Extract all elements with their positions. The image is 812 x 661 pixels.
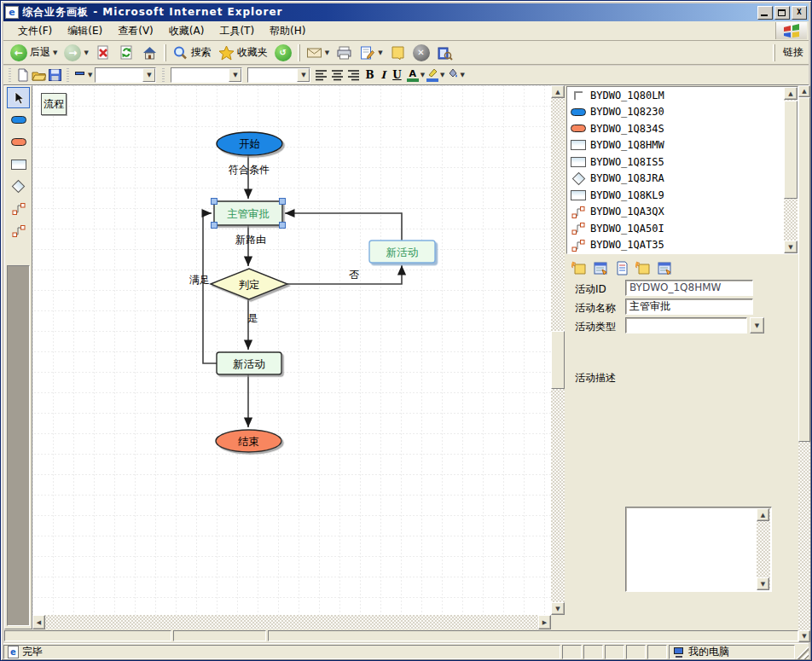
list-item[interactable]: BYDWO_1Q8230 xyxy=(567,104,798,121)
save-form-button-2[interactable] xyxy=(657,261,672,275)
align-center-icon[interactable] xyxy=(330,68,345,82)
title-bar[interactable]: e 综合业务画板 - Microsoft Internet Explorer X xyxy=(3,3,809,21)
align-right-icon[interactable] xyxy=(346,68,361,82)
desc-vscrollbar[interactable]: ▲ ▼ xyxy=(757,508,770,590)
activity-type-dropdown-icon[interactable]: ▼ xyxy=(750,317,764,333)
flowchart-canvas[interactable]: 流程 开始主管审批 xyxy=(32,85,551,615)
activity-type-field[interactable] xyxy=(625,317,747,333)
activity-desc-field[interactable]: ▲ ▼ xyxy=(625,507,772,592)
scroll-left-icon[interactable]: ◀ xyxy=(32,615,45,629)
line-style-dropdown-icon[interactable]: ▼ xyxy=(88,72,92,78)
document-button[interactable] xyxy=(614,261,629,275)
list-item[interactable]: BYDWO_1QA50I xyxy=(567,220,798,237)
menu-item-4[interactable]: 收藏(A) xyxy=(161,22,212,40)
new-document-icon[interactable] xyxy=(15,68,30,82)
pointer-tool[interactable] xyxy=(7,87,30,108)
vscroll-thumb[interactable] xyxy=(798,97,810,442)
combo-dropdown-icon[interactable]: ▼ xyxy=(297,68,310,82)
vscroll-thumb[interactable] xyxy=(784,101,798,199)
activity-shape-tool[interactable] xyxy=(7,154,30,175)
menu-item-6[interactable]: 帮助(H) xyxy=(262,22,313,40)
print-button[interactable] xyxy=(333,44,356,61)
selection-handle[interactable] xyxy=(280,199,286,205)
selection-handle[interactable] xyxy=(212,199,218,205)
discussions-button[interactable]: ✕ xyxy=(409,43,433,62)
font-family-combobox[interactable]: ▼ xyxy=(171,67,242,83)
align-left-icon[interactable] xyxy=(314,68,328,82)
save-form-button[interactable] xyxy=(593,261,608,275)
font-color-dropdown-icon[interactable]: ▼ xyxy=(420,72,425,78)
edit-dropdown-icon[interactable]: ▼ xyxy=(378,49,382,56)
line-style-button[interactable] xyxy=(73,68,87,82)
stop-button[interactable] xyxy=(92,44,115,61)
font-color-button[interactable]: A xyxy=(406,68,420,82)
bold-button[interactable]: B xyxy=(362,69,377,81)
resize-grip[interactable] xyxy=(797,645,809,659)
minimize-button[interactable] xyxy=(757,6,773,20)
new-note-button-2[interactable] xyxy=(635,261,651,275)
start-shape-tool[interactable] xyxy=(7,109,30,130)
activity-id-field[interactable]: BYDWO_1Q8HMW xyxy=(625,280,753,296)
messenger-button[interactable] xyxy=(386,44,409,61)
mail-dropdown-icon[interactable]: ▼ xyxy=(325,49,329,56)
italic-button[interactable]: I xyxy=(378,69,390,81)
list-item[interactable]: BYDWO_1QA3QX xyxy=(567,204,798,221)
fill-color-dropdown-icon[interactable]: ▼ xyxy=(460,72,464,78)
close-button[interactable]: X xyxy=(792,6,807,20)
new-note-button[interactable] xyxy=(571,261,587,275)
process-tab[interactable]: 流程 xyxy=(41,93,67,115)
scroll-down-icon[interactable]: ▼ xyxy=(757,577,769,590)
scroll-up-icon[interactable]: ▲ xyxy=(798,85,810,97)
scroll-down-icon[interactable]: ▼ xyxy=(551,602,565,615)
vscroll-thumb[interactable] xyxy=(551,331,565,389)
shape-id-list[interactable]: BYDWO_1Q80LMBYDWO_1Q8230BYDWO_1Q834SBYDW… xyxy=(566,86,798,254)
canvas-hscrollbar[interactable]: ◀ ▶ xyxy=(32,615,551,629)
list-item[interactable]: BYDWO_1Q8KL9 xyxy=(567,187,798,204)
selection-handle[interactable] xyxy=(212,223,218,229)
forward-button[interactable]: → ▼ xyxy=(61,43,91,62)
edit-button[interactable]: ▼ xyxy=(356,44,386,61)
highlight-button[interactable] xyxy=(426,68,439,82)
toolbar-grip[interactable] xyxy=(9,68,11,82)
menu-item-1[interactable]: 文件(F) xyxy=(10,22,60,40)
list-item[interactable]: BYDWO_1Q80LM xyxy=(567,87,798,104)
menu-item-5[interactable]: 工具(T) xyxy=(212,22,262,40)
underline-button[interactable]: U xyxy=(389,69,404,81)
favorites-button[interactable]: 收藏夹 xyxy=(215,44,271,61)
back-dropdown-icon[interactable]: ▼ xyxy=(53,49,57,56)
list-item[interactable]: BYDWO_1Q8HMW xyxy=(567,137,798,154)
menu-item-3[interactable]: 查看(V) xyxy=(110,22,161,40)
line-width-combobox[interactable]: ▼ xyxy=(95,67,156,83)
refresh-button[interactable] xyxy=(115,44,138,61)
list-item[interactable]: BYDWO_1Q8IS5 xyxy=(567,154,798,171)
highlight-dropdown-icon[interactable]: ▼ xyxy=(440,72,444,78)
scroll-down-icon[interactable]: ▼ xyxy=(798,630,810,642)
links-label[interactable]: 链接 xyxy=(778,45,809,60)
combo-dropdown-icon[interactable]: ▼ xyxy=(229,68,241,82)
list-item[interactable]: BYDWO_1QAT35 xyxy=(567,237,798,254)
mail-button[interactable]: ▼ xyxy=(303,44,333,61)
search-button[interactable]: 搜索 xyxy=(169,44,215,61)
list-item[interactable]: BYDWO_1Q8JRA xyxy=(567,171,798,188)
font-size-combobox[interactable]: ▼ xyxy=(247,67,310,83)
home-button[interactable] xyxy=(138,44,161,61)
history-button[interactable]: ↺ xyxy=(271,43,295,62)
research-button[interactable] xyxy=(433,44,456,61)
connector-tool-2[interactable] xyxy=(7,220,30,241)
maximize-button[interactable] xyxy=(774,6,790,20)
combo-dropdown-icon[interactable]: ▼ xyxy=(142,68,155,82)
save-icon[interactable] xyxy=(48,68,62,82)
forward-dropdown-icon[interactable]: ▼ xyxy=(84,49,88,56)
list-item[interactable]: BYDWO_1Q834S xyxy=(567,120,798,137)
scroll-up-icon[interactable]: ▲ xyxy=(551,85,565,98)
open-folder-icon[interactable] xyxy=(32,68,46,82)
scroll-down-icon[interactable]: ▼ xyxy=(784,241,798,253)
fill-color-button[interactable] xyxy=(445,68,459,82)
connector-tool[interactable] xyxy=(7,198,30,219)
menu-item-2[interactable]: 编辑(E) xyxy=(60,22,110,40)
scroll-right-icon[interactable]: ▶ xyxy=(538,615,551,629)
decision-shape-tool[interactable] xyxy=(7,176,30,197)
scroll-up-icon[interactable]: ▲ xyxy=(784,87,798,100)
page-vscrollbar[interactable]: ▲ ▼ xyxy=(798,85,810,642)
end-shape-tool[interactable] xyxy=(7,131,30,153)
